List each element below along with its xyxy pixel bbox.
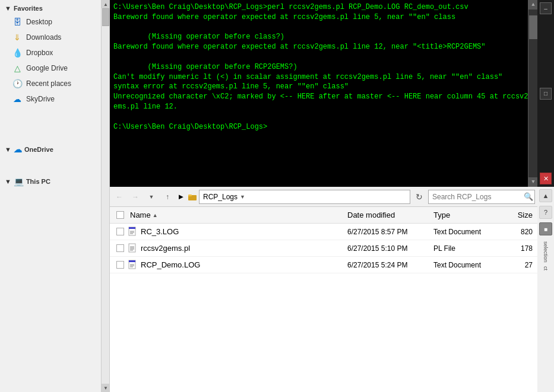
file-date-1: 6/27/2015 5:10 PM — [345, 244, 431, 253]
forward-button[interactable]: → — [128, 190, 143, 204]
scroll-up-btn[interactable]: ▲ — [102, 0, 109, 8]
name-sort-arrow: ▲ — [153, 212, 158, 218]
table-row[interactable]: RCP_Demo.LOG 6/27/2015 5:24 PM Text Docu… — [110, 257, 537, 273]
terminal-scroll-thumb[interactable] — [529, 15, 537, 39]
log-file-icon — [128, 227, 138, 237]
favorites-section[interactable]: ▼ Favorites — [0, 2, 101, 14]
terminal-scroll-up[interactable]: ▲ — [528, 0, 537, 9]
right-side-controls: ▲ ? ■ selection ct — [537, 187, 554, 392]
table-row[interactable]: RC_3.LOG 6/27/2015 8:57 PM Text Document… — [110, 224, 537, 240]
thispc-section[interactable]: ▼ 💻 This PC — [0, 174, 101, 189]
address-bar: ← → ▼ ↑ ► RCP_Logs ▼ ↻ 🔍 — [110, 187, 537, 207]
scroll-down-btn[interactable]: ▼ — [102, 384, 109, 392]
onedrive-section[interactable]: ▼ ☁ OneDrive — [0, 142, 101, 157]
row2-checkbox[interactable] — [116, 244, 124, 252]
action-button[interactable]: ■ — [539, 222, 552, 235]
path-text: RCP_Logs — [203, 193, 238, 201]
terminal-scroll-track — [528, 9, 537, 177]
table-row[interactable]: rccsv2gems.pl 6/27/2015 5:10 PM PL File … — [110, 240, 537, 257]
sidebar-item-skydrive[interactable]: ☁ SkyDrive — [0, 91, 101, 107]
downloads-icon: ⇓ — [12, 32, 23, 43]
size-column-header[interactable]: Size — [502, 211, 535, 219]
recent-locations-button[interactable]: ▼ — [144, 190, 159, 204]
clock-icon: 🕐 — [12, 78, 23, 89]
file-size-0: 820 — [502, 228, 535, 236]
dropbox-icon: 💧 — [12, 47, 23, 58]
scroll-track — [102, 8, 109, 384]
sidebar-item-gdrive-label: Google Drive — [26, 64, 68, 72]
terminal-output: C:\Users\Ben Craig\Desktop\RCP_Logs>perl… — [113, 2, 534, 132]
sidebar-item-skydrive-label: SkyDrive — [26, 95, 55, 103]
file-list-header: Name ▲ Date modified Type Size — [110, 207, 537, 224]
sidebar-item-downloads[interactable]: ⇓ Downloads — [0, 30, 101, 45]
help-button[interactable]: ? — [539, 206, 552, 219]
folder-nav-icon — [188, 192, 197, 202]
pl-file-icon — [128, 243, 138, 254]
file-type-1: PL File — [431, 244, 502, 253]
svg-rect-3 — [129, 227, 135, 229]
terminal-window: C:\Users\Ben Craig\Desktop\RCP_Logs>perl… — [110, 0, 537, 187]
sidebar-item-downloads-label: Downloads — [26, 33, 61, 42]
date-column-header[interactable]: Date modified — [345, 211, 431, 219]
file-name-1: rccsv2gems.pl — [141, 244, 190, 253]
maximize-button[interactable]: □ — [540, 88, 552, 100]
sidebar-item-desktop[interactable]: 🗄 Desktop — [0, 14, 101, 30]
file-date-0: 6/27/2015 8:57 PM — [345, 228, 431, 236]
thispc-label: This PC — [26, 178, 50, 185]
scroll-up-right-btn[interactable]: ▲ — [539, 189, 552, 202]
path-arrow-icon: ► — [176, 192, 186, 202]
svg-rect-13 — [129, 260, 135, 262]
sidebar-item-dropbox-label: Dropbox — [26, 49, 53, 57]
onedrive-label: OneDrive — [24, 146, 53, 153]
refresh-button[interactable]: ↻ — [412, 190, 426, 204]
select-all-checkbox[interactable] — [116, 211, 124, 219]
file-list: RC_3.LOG 6/27/2015 8:57 PM Text Document… — [110, 224, 537, 392]
back-button[interactable]: ← — [112, 190, 126, 204]
terminal-scroll-down[interactable]: ▼ — [528, 177, 537, 187]
search-icon[interactable]: 🔍 — [524, 192, 533, 201]
sidebar-item-google-drive[interactable]: △ Google Drive — [0, 60, 101, 76]
name-column-header[interactable]: Name ▲ — [128, 211, 345, 219]
sidebar-item-dropbox[interactable]: 💧 Dropbox — [0, 45, 101, 60]
gdrive-icon: △ — [12, 63, 23, 74]
address-path-box[interactable]: RCP_Logs ▼ — [199, 190, 410, 204]
sidebar-scrollbar[interactable]: ▲ ▼ — [101, 0, 109, 392]
file-type-2: Text Document — [431, 261, 502, 269]
file-name-0: RC_3.LOG — [141, 227, 179, 236]
favorites-arrow-icon: ▼ — [5, 5, 11, 12]
row3-checkbox[interactable] — [116, 261, 124, 269]
type-column-header[interactable]: Type — [431, 211, 502, 219]
sidebar-item-recent-label: Recent places — [26, 79, 71, 88]
file-date-2: 6/27/2015 5:24 PM — [345, 261, 431, 269]
act-label: ct — [543, 266, 549, 270]
path-dropdown-arrow[interactable]: ▼ — [240, 194, 245, 200]
search-box: 🔍 — [428, 190, 535, 204]
file-size-1: 178 — [502, 244, 535, 253]
file-type-0: Text Document — [431, 228, 502, 236]
onedrive-icon: ☁ — [14, 145, 22, 154]
scroll-thumb[interactable] — [102, 8, 109, 26]
skydrive-icon: ☁ — [12, 94, 23, 104]
row1-checkbox[interactable] — [116, 228, 124, 235]
svg-rect-1 — [188, 195, 192, 196]
right-chrome-area: – □ ✕ — [537, 0, 554, 187]
onedrive-arrow-icon: ▼ — [5, 146, 11, 153]
log-file-icon-2 — [128, 260, 138, 270]
computer-icon: 💻 — [14, 177, 24, 186]
minimize-button[interactable]: – — [540, 2, 552, 14]
close-button[interactable]: ✕ — [540, 173, 552, 184]
terminal-scrollbar[interactable]: ▲ ▼ — [528, 0, 537, 187]
thispc-arrow-icon: ▼ — [5, 178, 11, 185]
selection-label: selection — [543, 241, 549, 263]
sidebar-item-recent-places[interactable]: 🕐 Recent places — [0, 76, 101, 91]
sidebar-item-desktop-label: Desktop — [26, 18, 52, 26]
search-input[interactable] — [432, 193, 521, 201]
desktop-icon: 🗄 — [12, 17, 23, 27]
up-button[interactable]: ↑ — [160, 190, 175, 204]
file-size-2: 27 — [502, 261, 535, 269]
file-name-2: RCP_Demo.LOG — [141, 260, 200, 269]
favorites-label: Favorites — [14, 5, 43, 12]
